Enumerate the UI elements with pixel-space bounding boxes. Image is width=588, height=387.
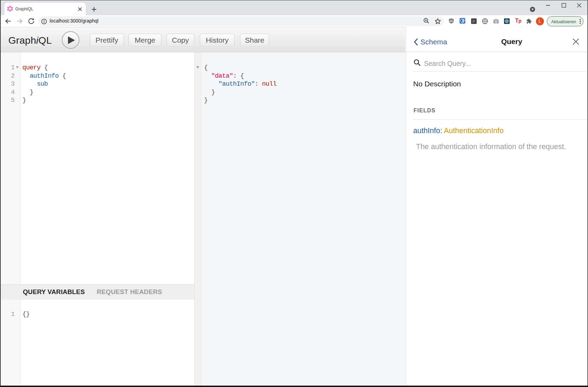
svg-text:P: P [472, 19, 475, 24]
svg-text:uO: uO [450, 20, 453, 22]
